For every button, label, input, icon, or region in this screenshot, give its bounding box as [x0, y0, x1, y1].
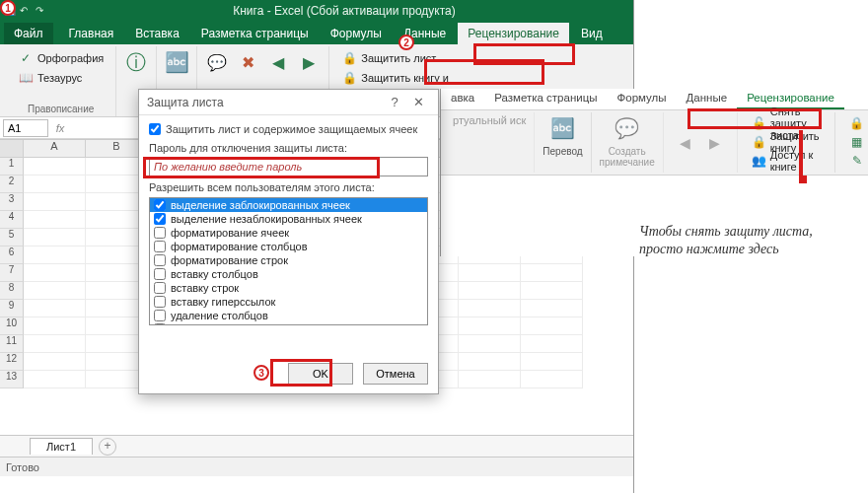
- cell[interactable]: [521, 264, 583, 282]
- cell[interactable]: [521, 282, 583, 300]
- tab-review[interactable]: Рецензирование: [458, 23, 569, 44]
- next-comment-icon[interactable]: ▶: [295, 48, 323, 76]
- row-header[interactable]: 10: [0, 317, 24, 335]
- protect-workbook-button[interactable]: 🔒Защитить книгу и: [335, 68, 455, 88]
- row-header[interactable]: 11: [0, 335, 24, 353]
- cell[interactable]: [459, 282, 521, 300]
- row-header[interactable]: 9: [0, 300, 24, 317]
- thesaurus-button[interactable]: 📖Тезаурус: [12, 68, 88, 88]
- prev-comment-icon[interactable]: ◀: [264, 48, 292, 76]
- protect-sheet-button[interactable]: 🔒Защитить лист: [335, 48, 442, 68]
- col-A[interactable]: A: [24, 140, 86, 157]
- protect-sheet-dialog: Защита листа ? ✕ Защитить лист и содержи…: [138, 89, 439, 394]
- dialog-help-icon[interactable]: ?: [383, 95, 406, 109]
- cell[interactable]: [459, 300, 521, 317]
- row-header[interactable]: 2: [0, 176, 24, 193]
- row-header[interactable]: 5: [0, 229, 24, 246]
- row-header[interactable]: 6: [0, 246, 24, 264]
- tab-home[interactable]: Главная: [59, 23, 124, 44]
- permission-option[interactable]: выделение заблокированных ячеек: [150, 198, 427, 212]
- tab-view[interactable]: Вид: [571, 23, 613, 44]
- new-comment-icon[interactable]: 💬: [203, 48, 231, 76]
- cancel-button[interactable]: Отмена: [363, 363, 428, 385]
- permission-option[interactable]: форматирование строк: [150, 253, 427, 267]
- row-header[interactable]: 1: [0, 158, 24, 176]
- cell[interactable]: [24, 229, 86, 246]
- row-header[interactable]: 3: [0, 193, 24, 211]
- tab-formulas[interactable]: Формулы: [321, 23, 392, 44]
- cell[interactable]: [24, 158, 86, 176]
- lock-book-icon-right: 🔒: [752, 134, 766, 150]
- cell[interactable]: [459, 264, 521, 282]
- tab-insert[interactable]: Вставка: [125, 23, 189, 44]
- row-header[interactable]: 12: [0, 353, 24, 371]
- permission-option[interactable]: вставку столбцов: [150, 267, 427, 281]
- cell[interactable]: [459, 317, 521, 335]
- undo-icon[interactable]: ↶: [20, 5, 32, 17]
- cell[interactable]: [459, 371, 521, 388]
- permission-option[interactable]: форматирование столбцов: [150, 240, 427, 253]
- cell[interactable]: [24, 282, 86, 300]
- ok-button[interactable]: OK: [288, 363, 353, 385]
- tab-pagelayout[interactable]: Разметка страницы: [191, 23, 319, 44]
- lock-book-icon: 🔒: [341, 70, 357, 86]
- cell[interactable]: [521, 317, 583, 335]
- cell[interactable]: [24, 371, 86, 388]
- permission-option[interactable]: вставку гиперссылок: [150, 295, 427, 309]
- permission-option[interactable]: выделение незаблокированных ячеек: [150, 212, 427, 226]
- share-workbook-button[interactable]: 👥Доступ к книге: [746, 152, 827, 170]
- permission-option[interactable]: форматирование ячеек: [150, 226, 427, 240]
- translate-icon[interactable]: 🔤: [163, 48, 190, 76]
- row-header[interactable]: 8: [0, 282, 24, 300]
- cell[interactable]: [24, 353, 86, 371]
- permission-option[interactable]: удаление строк: [150, 322, 427, 325]
- password-input[interactable]: [149, 157, 428, 176]
- tab-file[interactable]: Файл: [4, 23, 53, 44]
- cell[interactable]: [24, 300, 86, 317]
- add-sheet-button[interactable]: +: [99, 438, 116, 456]
- new-comment-icon-right[interactable]: 💬: [614, 114, 641, 142]
- tab2-data[interactable]: Данные: [677, 89, 738, 109]
- cell[interactable]: [24, 335, 86, 353]
- cell[interactable]: [24, 264, 86, 282]
- cell[interactable]: [24, 176, 86, 193]
- smart-lookup-icon[interactable]: ⓘ: [122, 48, 150, 76]
- cell[interactable]: [24, 246, 86, 264]
- sheet-tab-1[interactable]: Лист1: [30, 438, 93, 455]
- tab2-formulas[interactable]: Формулы: [608, 89, 677, 109]
- cell[interactable]: [521, 335, 583, 353]
- redo-icon[interactable]: ↷: [36, 5, 47, 17]
- annotation-marker-1: 1: [0, 0, 16, 16]
- cell[interactable]: [24, 193, 86, 211]
- virtual-disk-label: ртуальный иск: [453, 114, 526, 126]
- cell[interactable]: [521, 353, 583, 371]
- permission-option[interactable]: вставку строк: [150, 281, 427, 295]
- cell[interactable]: [24, 211, 86, 229]
- cell[interactable]: [459, 335, 521, 353]
- cell[interactable]: [24, 317, 86, 335]
- row-header[interactable]: 7: [0, 264, 24, 282]
- translate-icon-right[interactable]: 🔤: [548, 114, 576, 142]
- allow-ranges-button[interactable]: ▦Разре: [843, 133, 868, 151]
- tab2-pagelayout[interactable]: Разметка страницы: [484, 89, 607, 109]
- row-header[interactable]: 13: [0, 371, 24, 388]
- status-bar: Готово: [0, 457, 633, 476]
- cell[interactable]: [521, 371, 583, 388]
- protect-checkbox[interactable]: Защитить лист и содержимое защищаемых яч…: [149, 123, 428, 135]
- fx-icon[interactable]: fx: [51, 122, 69, 134]
- permissions-listbox[interactable]: выделение заблокированных ячееквыделение…: [149, 197, 428, 325]
- annotation-marker-3: 3: [253, 365, 269, 381]
- spelling-button[interactable]: ✓Орфография: [12, 48, 109, 68]
- cell[interactable]: [459, 353, 521, 371]
- name-box[interactable]: [3, 119, 48, 137]
- row-header[interactable]: 4: [0, 211, 24, 229]
- delete-comment-icon[interactable]: ✖: [234, 48, 261, 76]
- translate-label: Перевод: [542, 146, 582, 157]
- track-changes-button[interactable]: ✎Испра: [843, 152, 868, 170]
- protect-partial-button[interactable]: 🔒Защит: [843, 114, 868, 132]
- select-all-corner[interactable]: [0, 140, 24, 157]
- cell[interactable]: [521, 300, 583, 317]
- dialog-close-icon[interactable]: ✕: [406, 95, 430, 109]
- permission-option[interactable]: удаление столбцов: [150, 309, 427, 322]
- tab2-insert[interactable]: авка: [441, 89, 484, 109]
